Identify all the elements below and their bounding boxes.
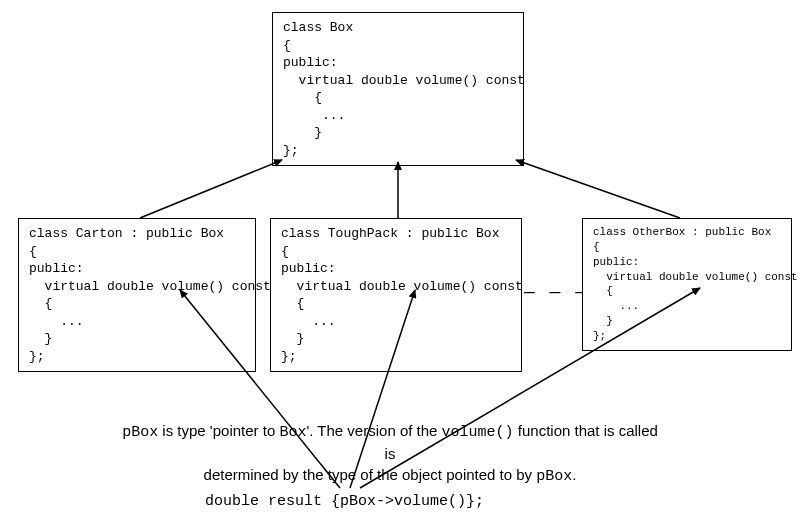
arrow-otherbox-to-box (516, 160, 680, 218)
caption-line2: determined by the type of the object poi… (204, 466, 537, 483)
caption-box: Box (279, 424, 306, 441)
arrow-carton-to-box (140, 160, 282, 218)
base-class-box: class Box { public: virtual double volum… (272, 12, 524, 166)
caption-volume: volume() (442, 424, 514, 441)
caption-pbox-1: pBox (122, 424, 158, 441)
derived-class-otherbox: class OtherBox : public Box { public: vi… (582, 218, 792, 351)
caption-text-1: is type 'pointer to (158, 422, 279, 439)
derived-class-carton: class Carton : public Box { public: virt… (18, 218, 256, 372)
caption-text-2: '. The version of the (306, 422, 441, 439)
polymorphism-caption: pBox is type 'pointer to Box'. The versi… (120, 420, 660, 487)
caption-period: . (572, 466, 576, 483)
derived-class-toughpack: class ToughPack : public Box { public: v… (270, 218, 522, 372)
caption-pbox-2: pBox (536, 468, 572, 485)
result-codeline: double result {pBox->volume()}; (205, 493, 484, 510)
